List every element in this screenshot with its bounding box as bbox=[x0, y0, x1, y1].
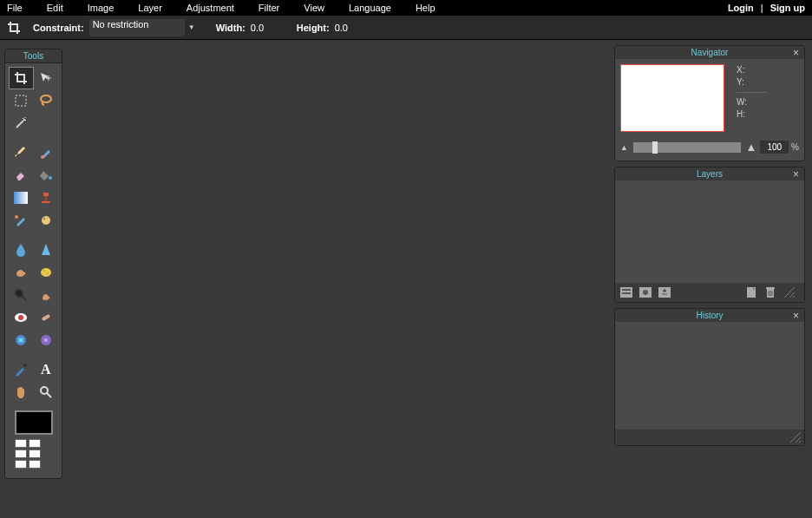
zoom-slider[interactable] bbox=[633, 142, 741, 153]
width-label: Width: bbox=[216, 23, 246, 33]
type-tool[interactable]: A bbox=[34, 358, 59, 381]
swatch[interactable] bbox=[15, 460, 27, 469]
swatch[interactable] bbox=[15, 439, 27, 448]
history-panel: History × bbox=[614, 308, 805, 446]
foreground-color[interactable] bbox=[15, 410, 53, 435]
svg-rect-7 bbox=[45, 196, 47, 201]
blur-tool[interactable] bbox=[9, 239, 34, 261]
svg-point-10 bbox=[43, 218, 45, 220]
svg-point-21 bbox=[44, 338, 48, 342]
gradient-tool[interactable] bbox=[9, 187, 34, 209]
login-link[interactable]: Login bbox=[728, 3, 754, 13]
navigator-info: X: Y: W: H: bbox=[724, 64, 799, 132]
tools-panel-title: Tools bbox=[5, 49, 62, 63]
crop-icon bbox=[5, 19, 23, 36]
navigator-title-text: Navigator bbox=[691, 48, 729, 57]
eraser-tool[interactable] bbox=[9, 164, 34, 187]
constraint-label: Constraint: bbox=[33, 23, 84, 33]
clone-stamp-tool[interactable] bbox=[34, 187, 59, 209]
lasso-tool[interactable] bbox=[34, 89, 59, 112]
menu-bar: File Edit Image Layer Adjustment Filter … bbox=[0, 0, 812, 16]
hand-tool[interactable] bbox=[9, 381, 34, 403]
spot-heal-tool[interactable] bbox=[34, 306, 59, 329]
zoom-out-icon[interactable]: ▲ bbox=[620, 143, 628, 152]
svg-rect-25 bbox=[622, 289, 631, 291]
menu-image[interactable]: Image bbox=[88, 3, 115, 13]
height-input[interactable] bbox=[335, 23, 365, 33]
pinch-tool[interactable] bbox=[34, 329, 59, 351]
menu-layer[interactable]: Layer bbox=[138, 3, 162, 13]
bucket-tool[interactable] bbox=[34, 164, 59, 187]
svg-point-13 bbox=[47, 272, 49, 274]
layers-title-text: Layers bbox=[697, 169, 723, 179]
zoom-value[interactable]: 100 bbox=[760, 141, 789, 154]
bloat-tool[interactable] bbox=[9, 329, 34, 351]
color-replace-tool[interactable] bbox=[9, 209, 34, 232]
svg-point-3 bbox=[41, 155, 44, 159]
swatch[interactable] bbox=[29, 449, 41, 458]
resize-handle-icon[interactable] bbox=[790, 432, 801, 443]
menu-adjustment[interactable]: Adjustment bbox=[187, 3, 234, 13]
navigator-preview[interactable] bbox=[620, 64, 724, 132]
burn-tool[interactable] bbox=[34, 284, 59, 306]
signup-link[interactable]: Sign up bbox=[770, 3, 805, 13]
layers-panel: Layers × bbox=[614, 167, 805, 303]
menu-edit[interactable]: Edit bbox=[47, 3, 63, 13]
navigator-title: Navigator × bbox=[615, 46, 804, 59]
sponge-tool[interactable] bbox=[34, 261, 59, 284]
right-panels: Navigator × X: Y: W: H: ▲ ▲ 100 % bbox=[614, 45, 805, 451]
svg-point-16 bbox=[18, 315, 23, 320]
svg-point-28 bbox=[643, 290, 648, 295]
svg-point-1 bbox=[41, 95, 51, 102]
svg-point-11 bbox=[41, 268, 51, 277]
menu-file[interactable]: File bbox=[7, 3, 23, 13]
svg-point-8 bbox=[15, 215, 18, 219]
dodge-tool[interactable] bbox=[9, 284, 34, 306]
swatch[interactable] bbox=[29, 439, 41, 448]
smudge-tool[interactable] bbox=[9, 261, 34, 284]
layers-toolbar bbox=[615, 283, 804, 302]
chevron-down-icon[interactable]: ▼ bbox=[185, 19, 199, 36]
layer-mask-icon[interactable] bbox=[638, 285, 653, 299]
brush-tool[interactable] bbox=[34, 141, 59, 164]
nav-h-label: H: bbox=[737, 108, 799, 121]
colorpicker-tool[interactable] bbox=[9, 358, 34, 381]
pencil-tool[interactable] bbox=[9, 141, 34, 164]
close-icon[interactable]: × bbox=[793, 168, 799, 180]
wand-tool[interactable] bbox=[9, 112, 34, 134]
close-icon[interactable]: × bbox=[793, 47, 799, 59]
layer-settings-icon[interactable] bbox=[619, 285, 634, 299]
new-layer-icon[interactable] bbox=[743, 285, 759, 299]
swatch[interactable] bbox=[29, 460, 41, 469]
menu-help[interactable]: Help bbox=[416, 3, 435, 13]
menu-language[interactable]: Language bbox=[349, 3, 391, 13]
swatch[interactable] bbox=[15, 449, 27, 458]
menu-view[interactable]: View bbox=[304, 3, 324, 13]
zoom-tool[interactable] bbox=[34, 381, 59, 403]
close-icon[interactable]: × bbox=[793, 310, 799, 322]
move-tool[interactable] bbox=[34, 67, 58, 89]
navigator-panel: Navigator × X: Y: W: H: ▲ ▲ 100 % bbox=[614, 45, 805, 161]
svg-rect-5 bbox=[14, 192, 28, 204]
drawing-tool[interactable] bbox=[34, 209, 59, 232]
svg-rect-26 bbox=[622, 292, 631, 294]
marquee-tool[interactable] bbox=[9, 89, 34, 112]
svg-rect-17 bbox=[41, 314, 50, 321]
svg-point-9 bbox=[42, 216, 50, 225]
width-input[interactable] bbox=[251, 23, 281, 33]
resize-handle-icon[interactable] bbox=[782, 285, 797, 299]
redeye-tool[interactable] bbox=[9, 306, 34, 329]
zoom-in-icon[interactable]: ▲ bbox=[746, 141, 757, 154]
history-footer bbox=[615, 429, 804, 445]
constraint-dropdown[interactable]: No restriction bbox=[89, 19, 185, 36]
empty-tool bbox=[34, 112, 59, 134]
nav-y-label: Y: bbox=[737, 76, 799, 89]
layers-title: Layers × bbox=[615, 167, 804, 180]
trash-icon[interactable] bbox=[763, 285, 778, 299]
crop-tool[interactable] bbox=[9, 67, 34, 89]
layer-styles-icon[interactable] bbox=[657, 285, 672, 299]
sharpen-tool[interactable] bbox=[34, 239, 59, 261]
zoom-slider-thumb[interactable] bbox=[652, 141, 658, 154]
menu-filter[interactable]: Filter bbox=[259, 3, 279, 13]
svg-rect-0 bbox=[16, 95, 26, 106]
